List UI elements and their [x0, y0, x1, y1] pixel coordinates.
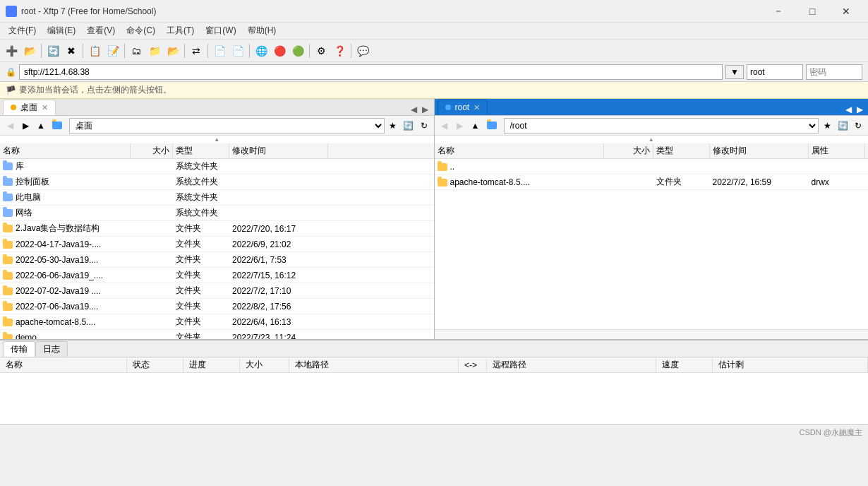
- local-tab-prev[interactable]: ◀: [409, 104, 420, 115]
- local-tab-close[interactable]: ✕: [42, 103, 48, 112]
- chat-button[interactable]: 💬: [354, 42, 371, 59]
- local-sync-btn[interactable]: ↻: [417, 119, 431, 133]
- address-dropdown-btn[interactable]: ▼: [725, 65, 744, 79]
- local-path-dropdown[interactable]: 桌面: [69, 118, 385, 134]
- remote-tab-next[interactable]: ▶: [854, 104, 865, 115]
- local-file-row[interactable]: 2.Java集合与数据结构 文件夹 2022/7/20, 16:17: [0, 221, 434, 237]
- remote-tab-close[interactable]: ✕: [474, 103, 480, 112]
- transfer-button[interactable]: ⇄: [188, 42, 205, 59]
- local-file-row[interactable]: 2022-07-02-Java19 .... 文件夹 2022/7/2, 17:…: [0, 283, 434, 299]
- remote-up-btn[interactable]: ▲: [469, 119, 483, 133]
- help-button[interactable]: ❓: [331, 42, 348, 59]
- folder-icon: [3, 272, 13, 280]
- remote-col-type[interactable]: 类型: [653, 143, 710, 158]
- transfer-list-body: [0, 373, 868, 424]
- toolbar-btn-8[interactable]: 📄: [211, 42, 228, 59]
- flag-icon: 🏴: [6, 85, 16, 95]
- globe-button[interactable]: 🌐: [253, 42, 270, 59]
- remote-back-btn[interactable]: ◀: [438, 119, 452, 133]
- address-input[interactable]: [19, 64, 723, 80]
- refresh-button[interactable]: 🔄: [44, 42, 61, 59]
- local-file-row[interactable]: 网络 系统文件夹: [0, 206, 434, 221]
- local-file-row[interactable]: 2022-04-17-Java19-.... 文件夹 2022/6/9, 21:…: [0, 237, 434, 252]
- menu-help[interactable]: 帮助(H): [242, 23, 282, 38]
- transfer-list-header: 名称 状态 进度 大小 本地路径 <-> 远程路径 速度 估计剩: [0, 357, 868, 373]
- remote-path-dropdown[interactable]: /root: [504, 118, 819, 134]
- remote-col-attr[interactable]: 属性: [809, 143, 865, 158]
- local-back-btn[interactable]: ◀: [3, 119, 17, 133]
- folder-icon: [438, 179, 447, 186]
- remote-bookmark-btn[interactable]: ★: [820, 119, 834, 133]
- menu-file[interactable]: 文件(F): [3, 23, 42, 38]
- local-tab-desktop[interactable]: 桌面 ✕: [3, 100, 56, 115]
- remote-file-type: 文件夹: [653, 174, 710, 189]
- settings-button[interactable]: ⚙: [313, 42, 330, 59]
- toolbar-separator-4: [184, 44, 185, 58]
- remote-file-list: .. apache-tomcat-8.5.... 文件夹 2022/7/2, 1…: [435, 159, 869, 329]
- local-file-row[interactable]: 库 系统文件夹: [0, 159, 434, 174]
- local-col-size[interactable]: 大小: [131, 143, 173, 158]
- local-file-row[interactable]: 2022-06-06-Java19_.... 文件夹 2022/7/15, 16…: [0, 268, 434, 283]
- remote-refresh-btn[interactable]: 🔄: [836, 119, 850, 133]
- local-file-row[interactable]: 控制面板 系统文件夹: [0, 174, 434, 190]
- local-refresh-btn[interactable]: 🔄: [402, 119, 416, 133]
- local-bookmark-btn[interactable]: ★: [386, 119, 400, 133]
- local-up-btn[interactable]: ▲: [34, 119, 48, 133]
- local-tab-bar: 桌面 ✕ ◀ ▶: [0, 99, 434, 116]
- menu-command[interactable]: 命令(C): [121, 23, 161, 38]
- remote-tab-root[interactable]: root ✕: [438, 100, 488, 115]
- toolbar-btn-5[interactable]: 🗂: [128, 42, 145, 59]
- remote-tab-prev[interactable]: ◀: [843, 104, 854, 115]
- minimize-button[interactable]: －: [762, 1, 795, 21]
- remote-scrollbar-h[interactable]: [435, 329, 869, 339]
- local-col-type[interactable]: 类型: [173, 143, 229, 158]
- local-file-mtime: [229, 165, 328, 168]
- stop-button[interactable]: ✖: [63, 42, 80, 59]
- remote-sync-btn[interactable]: ↻: [851, 119, 865, 133]
- menu-tools[interactable]: 工具(T): [161, 23, 200, 38]
- local-file-type: 文件夹: [173, 268, 229, 283]
- toolbar-btn-6[interactable]: 📁: [146, 42, 163, 59]
- remote-folder-icon: [487, 122, 500, 129]
- local-file-row[interactable]: 此电脑 系统文件夹: [0, 190, 434, 206]
- transfer-col-progress: 进度: [183, 357, 240, 372]
- maximize-button[interactable]: □: [796, 1, 828, 21]
- new-button[interactable]: ➕: [3, 42, 20, 59]
- local-file-name: 控制面板: [0, 174, 131, 189]
- menu-view[interactable]: 查看(V): [81, 23, 121, 38]
- remote-file-row[interactable]: ..: [435, 159, 869, 174]
- local-forward-btn[interactable]: ▶: [18, 119, 32, 133]
- remote-col-name[interactable]: 名称: [435, 143, 604, 158]
- local-file-row[interactable]: demo 文件夹 2022/7/23, 11:24: [0, 330, 434, 339]
- local-file-row[interactable]: apache-tomcat-8.5.... 文件夹 2022/6/4, 16:1…: [0, 314, 434, 330]
- menu-edit[interactable]: 编辑(E): [42, 23, 81, 38]
- password-input[interactable]: [806, 64, 862, 80]
- open-button[interactable]: 📂: [21, 42, 38, 59]
- toolbar-btn-7[interactable]: 📂: [164, 42, 181, 59]
- local-col-name[interactable]: 名称: [0, 143, 131, 158]
- toolbar-btn-3[interactable]: 📋: [86, 42, 103, 59]
- remote-col-mtime[interactable]: 修改时间: [710, 143, 809, 158]
- remote-col-size[interactable]: 大小: [604, 143, 653, 158]
- local-file-name: 2022-04-17-Java19-....: [0, 238, 131, 251]
- main-area: 桌面 ✕ ◀ ▶ ◀ ▶ ▲ 桌面 ★ 🔄 ↻ 名称: [0, 99, 868, 339]
- local-col-mtime[interactable]: 修改时间: [229, 143, 328, 158]
- remote-tab-label: root: [455, 102, 470, 112]
- menu-window[interactable]: 窗口(W): [200, 23, 241, 38]
- green-button[interactable]: 🟢: [289, 42, 306, 59]
- transfer-tab-log[interactable]: 日志: [35, 341, 68, 357]
- local-file-row[interactable]: 2022-07-06-Java19.... 文件夹 2022/8/2, 17:5…: [0, 299, 434, 314]
- folder-icon: [3, 303, 13, 311]
- remote-file-row[interactable]: apache-tomcat-8.5.... 文件夹 2022/7/2, 16:5…: [435, 174, 869, 190]
- toolbar-btn-4[interactable]: 📝: [104, 42, 121, 59]
- local-file-row[interactable]: 2022-05-30-Java19.... 文件夹 2022/6/1, 7:53: [0, 252, 434, 268]
- remote-file-type: [653, 165, 710, 168]
- toolbar-separator-3: [124, 44, 125, 58]
- transfer-tab-transfer[interactable]: 传输: [3, 341, 35, 357]
- red-button[interactable]: 🔴: [271, 42, 288, 59]
- remote-forward-btn[interactable]: ▶: [453, 119, 467, 133]
- toolbar-btn-9[interactable]: 📄: [229, 42, 246, 59]
- username-input[interactable]: [747, 64, 803, 80]
- local-tab-next[interactable]: ▶: [420, 104, 431, 115]
- close-button[interactable]: ✕: [830, 1, 862, 21]
